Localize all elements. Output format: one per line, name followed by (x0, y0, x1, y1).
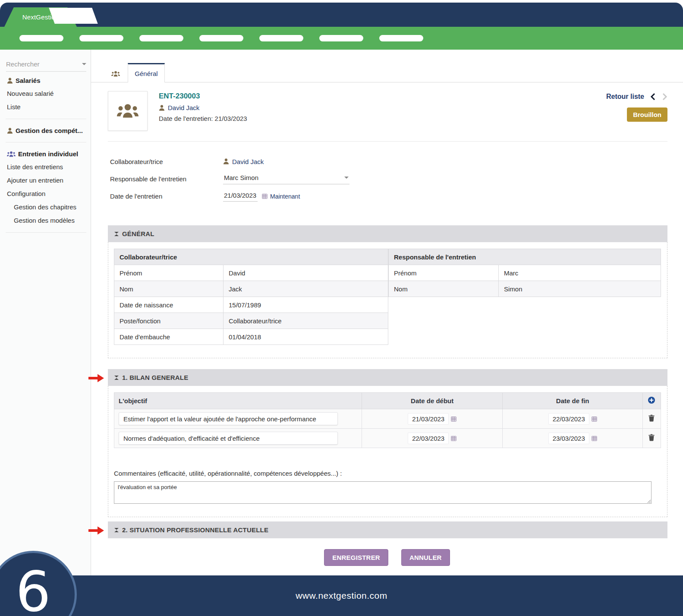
top-header-bar: NextGestion (0, 3, 683, 27)
cell-value: Collaborateur/trice (223, 313, 388, 329)
objective-input[interactable] (119, 432, 338, 445)
save-button[interactable]: ENREGISTRER (324, 549, 388, 566)
nav-menu-item-redacted[interactable] (259, 35, 303, 41)
table-header: Collaborateur/trice (114, 249, 388, 265)
cancel-button[interactable]: ANNULER (401, 549, 450, 566)
comments-textarea[interactable]: l'évaluation et sa portée (114, 481, 652, 504)
collaborator-label: Collaborateur/trice (110, 158, 223, 165)
group-icon (117, 103, 138, 119)
sidebar-item-liste[interactable]: Liste (0, 100, 91, 114)
manager-label: Responsable de l'entretien (110, 175, 223, 183)
column-header-end-date: Date de fin (503, 393, 643, 409)
nav-menu-item-redacted[interactable] (319, 35, 363, 41)
section-title: 2. SITUATION PROFESSIONNELLE ACTUELLE (122, 526, 268, 534)
now-link[interactable]: Maintenant (270, 193, 300, 200)
nav-menu-item-redacted[interactable] (139, 35, 183, 41)
person-icon (223, 158, 229, 164)
add-row-button[interactable] (648, 396, 655, 404)
sidebar-item-ajouter-entretien[interactable]: Ajouter un entretien (0, 174, 91, 187)
person-icon (7, 128, 13, 134)
nav-menu-item-redacted[interactable] (79, 35, 123, 41)
person-icon (7, 78, 13, 84)
calendar-icon[interactable] (262, 193, 268, 199)
section-title: 1. BILAN GENERALE (122, 374, 188, 381)
sidebar-item-label: Gestion des compét... (16, 127, 83, 134)
divider (6, 119, 86, 119)
collaborator-table: Collaborateur/trice Prénom David Nom Jac… (114, 249, 388, 345)
cell-label: Prénom (114, 265, 223, 281)
calendar-icon[interactable] (451, 436, 456, 441)
trash-icon (648, 434, 655, 441)
cell-value: Marc (499, 265, 661, 281)
back-to-list-link[interactable]: Retour liste (606, 93, 644, 101)
end-date-value[interactable]: 23/03/2023 (548, 433, 589, 444)
nav-menu-item-redacted[interactable] (199, 35, 243, 41)
nav-menu-item-redacted[interactable] (19, 35, 63, 41)
search-input[interactable]: Rechercher (6, 60, 86, 72)
delete-row-button[interactable] (648, 414, 655, 422)
search-placeholder: Rechercher (6, 60, 40, 68)
main-content: Général ENT-230003 David Jack Date de l'… (91, 50, 683, 575)
sidebar-item-gestion-chapitres[interactable]: Gestion des chapitres (0, 200, 91, 214)
cell-label: Nom (389, 281, 499, 297)
calendar-icon[interactable] (592, 436, 597, 441)
divider (6, 142, 86, 142)
table-row: Prénom Marc (389, 265, 661, 281)
divider (108, 141, 667, 142)
section-body-general: Collaborateur/trice Prénom David Nom Jac… (108, 242, 667, 358)
cell-label: Date d'embauche (114, 329, 223, 345)
delete-row-button[interactable] (648, 434, 655, 441)
start-date-value[interactable]: 22/03/2023 (408, 433, 449, 444)
table-header: Responsable de l'entretien (389, 249, 661, 265)
nav-menu-item-redacted[interactable] (379, 35, 423, 41)
section-header-general[interactable]: GÉNÉRAL (108, 225, 667, 242)
section-header-situation[interactable]: 2. SITUATION PROFESSIONNELLE ACTUELLE (108, 521, 667, 538)
column-header-start-date: Date de début (362, 393, 503, 409)
section-title: GÉNÉRAL (122, 230, 154, 237)
status-badge: Brouillon (627, 107, 667, 122)
chevron-down-icon (82, 63, 86, 65)
end-date-value[interactable]: 22/03/2023 (548, 413, 589, 425)
collapse-icon (114, 528, 119, 533)
sidebar-item-liste-entretiens[interactable]: Liste des entretiens (0, 160, 91, 174)
annotation-arrow (88, 525, 104, 536)
sidebar-item-gestion-competences[interactable]: Gestion des compét... (0, 124, 91, 137)
entity-name-row: David Jack (159, 104, 247, 111)
collaborator-name: David Jack (232, 158, 264, 165)
sidebar-item-configuration[interactable]: Configuration (0, 187, 91, 200)
tab-label: Général (135, 70, 157, 77)
cell-label: Prénom (389, 265, 499, 281)
column-header-objective: L'objectif (114, 393, 362, 409)
trash-icon (648, 414, 655, 422)
step-number: 6 (16, 559, 50, 616)
sidebar-item-nouveau-salarie[interactable]: Nouveau salarié (0, 87, 91, 100)
cell-label: Date de naissance (114, 297, 223, 313)
app-window: NextGestion Rechercher Salariés Nouveau … (0, 0, 683, 616)
group-icon (7, 151, 16, 157)
section-header-bilan[interactable]: 1. BILAN GENERALE (108, 369, 667, 386)
plus-icon (648, 396, 655, 404)
calendar-icon[interactable] (592, 416, 597, 422)
start-date-value[interactable]: 21/03/2023 (408, 413, 449, 425)
group-icon (111, 71, 120, 77)
sidebar-item-label: Entretien individuel (18, 150, 78, 158)
main-nav-bar (0, 27, 683, 50)
table-row: Nom Jack (114, 281, 388, 297)
chevron-right-icon[interactable] (662, 93, 667, 101)
sidebar-item-salaries[interactable]: Salariés (0, 74, 91, 87)
calendar-icon[interactable] (451, 416, 456, 422)
interview-date-input[interactable] (223, 191, 258, 202)
table-row: Prénom David (114, 265, 388, 281)
chevron-left-icon[interactable] (650, 93, 656, 101)
sidebar-item-gestion-modeles[interactable]: Gestion des modèles (0, 214, 91, 227)
footer-website: www.nextgestion.com (296, 591, 387, 601)
manager-select[interactable]: Marc Simon (223, 173, 349, 184)
tab-bar: Général (91, 63, 683, 82)
objective-input[interactable] (119, 412, 338, 425)
cell-value: Jack (223, 281, 388, 297)
sidebar-item-entretien-individuel[interactable]: Entretien individuel (0, 148, 91, 160)
chevron-down-icon (344, 177, 349, 179)
tab-general[interactable]: Général (128, 63, 165, 82)
cell-label: Nom (114, 281, 223, 297)
section-body-bilan: L'objectif Date de début Date de fin (108, 386, 667, 517)
